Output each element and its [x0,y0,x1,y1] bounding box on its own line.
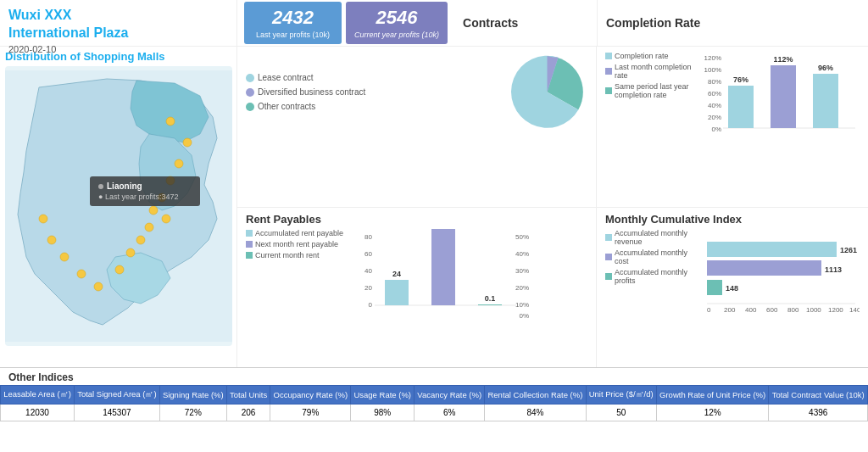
svg-text:50%: 50% [515,233,529,241]
svg-text:20%: 20% [708,114,721,121]
indices-title: Other Indices [0,368,868,385]
svg-rect-48 [771,65,796,128]
svg-text:60: 60 [364,250,372,258]
comp-legend-3: Same period last year completion rate [605,82,699,99]
svg-rect-65 [707,280,722,295]
table-header-row: Leasable Area (㎡) Total Signed Area (㎡) … [1,386,868,405]
th-units: Total Units [226,386,270,405]
svg-text:60%: 60% [708,90,721,98]
td-growth: 12% [656,405,769,421]
last-year-stat: 2432 Last year profits (10k) [244,2,342,44]
td-signing-rate: 72% [159,405,226,421]
svg-text:80: 80 [364,233,372,241]
svg-text:120%: 120% [704,54,721,62]
svg-point-6 [162,215,170,223]
td-signed: 145307 [75,405,160,421]
svg-text:1000: 1000 [806,306,821,314]
map-title: Distribution of Shopping Malls [5,50,231,63]
svg-text:40: 40 [364,267,372,275]
monthly-dot-1 [605,234,612,241]
map-svg: Liaoning ● Last year profits:3472 [5,66,232,346]
svg-text:400: 400 [745,306,757,314]
monthly-legend-3: Accumulated monthly profits [605,268,699,285]
completion-top-area: Completion Rate [597,0,868,46]
contracts-content: Lease contract Diversified business cont… [246,52,587,132]
indices-table: Leasable Area (㎡) Total Signed Area (㎡) … [0,385,868,421]
rent-title: Rent Payables [246,213,587,226]
rent-sq-3 [246,252,253,259]
legend-lease: Lease contract [246,73,498,82]
th-usage: Usage Rate (%) [351,386,415,405]
map-container: Liaoning ● Last year profits:3472 [5,66,232,346]
contracts-pie-chart [507,52,587,132]
svg-text:1400: 1400 [849,306,860,314]
legend-diverse: Diversified business contract [246,87,498,97]
th-occupancy: Occupancy Rate (%) [270,386,351,405]
right-col: Completion rate Last month completion ra… [597,47,868,367]
svg-text:600: 600 [766,306,778,314]
rent-panel: Rent Payables Accumulated rent payable N… [237,208,596,368]
th-contract-value: Total Contract Value (10k) [769,386,868,405]
diverse-dot [246,88,254,97]
rent-legend-2: Next month rent payable [246,240,356,248]
contracts-title: Contracts [463,16,518,30]
td-occupancy: 79% [270,405,351,421]
legend-other: Other contracts [246,102,498,111]
th-vacancy: Vacancy Rate (%) [415,386,485,405]
svg-text:200: 200 [724,306,736,314]
svg-text:20%: 20% [515,284,529,292]
svg-rect-32 [385,280,409,305]
comp-legend-2: Last month completion rate [605,63,699,80]
rent-legend-1: Accumulated rent payable [246,229,356,237]
td-unit-price: 50 [586,405,656,421]
current-year-value: 2546 [354,7,439,29]
profit-stats: 2432 Last year profits (10k) 2546 Curren… [237,0,454,46]
comp-dot-2 [605,68,612,75]
svg-text:● Last year profits:3472: ● Last year profits:3472 [98,193,179,201]
middle-section: Distribution of Shopping Malls [0,47,868,367]
rent-bar-chart: 80 60 40 20 0 50% 40% 30% 20% 10% 0% [359,229,529,326]
monthly-dot-3 [605,273,612,280]
td-usage: 98% [351,405,415,421]
center-col: Lease contract Diversified business cont… [237,47,597,367]
svg-point-14 [47,236,56,244]
svg-point-7 [145,223,153,232]
svg-text:96%: 96% [818,64,833,72]
svg-rect-36 [478,304,502,305]
other-dot [246,103,254,111]
completion-title: Completion Rate [606,16,700,30]
svg-point-15 [39,215,47,223]
completion-panel: Completion rate Last month completion ra… [597,47,868,208]
th-growth: Growth Rate of Unit Price (%) [656,386,769,405]
svg-point-2 [175,159,183,168]
svg-text:148: 148 [726,284,738,293]
svg-text:24: 24 [392,270,401,278]
monthly-legend-1: Accumulated monthly revenue [605,229,699,246]
td-leasable: 12030 [1,405,75,421]
svg-text:0: 0 [707,306,711,314]
svg-point-9 [126,248,135,257]
comp-dot-1 [605,53,612,59]
comp-dot-3 [605,87,612,94]
svg-text:40%: 40% [708,102,721,109]
company-header: Wuxi XXX International Plaza 2020-02-10 [0,0,237,46]
other-indices-section: Other Indices Leasable Area (㎡) Total Si… [0,367,868,452]
lease-dot [246,74,254,82]
svg-rect-61 [707,242,837,257]
svg-rect-63 [707,260,821,276]
svg-point-5 [149,206,158,215]
td-rental: 84% [485,405,586,421]
company-name: Wuxi XXX International Plaza [8,7,228,42]
current-year-label: Current year profits (10k) [354,31,439,39]
rent-sq-1 [246,230,253,237]
svg-point-8 [136,236,145,244]
completion-bar-chart: 120% 100% 80% 60% 40% 20% 0% 76% 112% [703,52,860,149]
svg-point-10 [115,265,124,274]
svg-text:0.1: 0.1 [485,294,496,303]
table-row: 12030 145307 72% 206 79% 98% 6% 84% 50 1… [1,405,868,421]
last-year-label: Last year profits (10k) [253,31,333,39]
other-label: Other contracts [258,102,315,111]
top-section: Wuxi XXX International Plaza 2020-02-10 … [0,0,868,47]
svg-rect-50 [813,74,838,128]
city-dot [166,117,175,126]
